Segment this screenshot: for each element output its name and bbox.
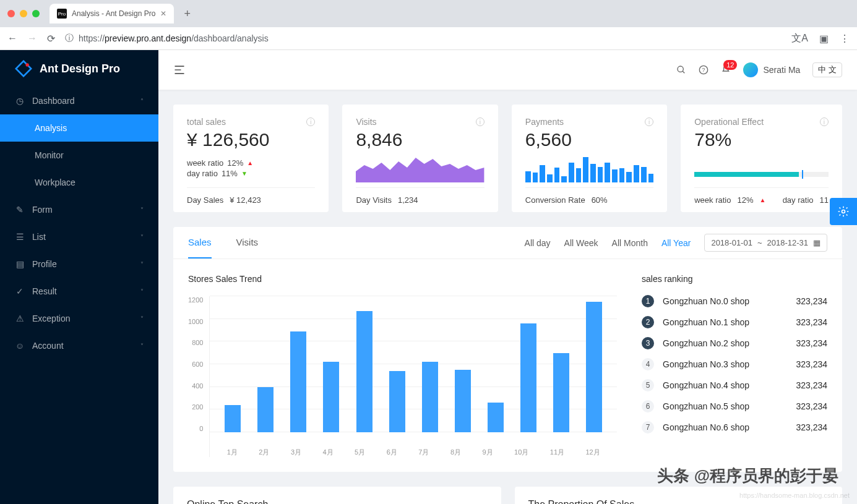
rank-value: 323,234 bbox=[796, 422, 827, 432]
tab-title: Analysis - Ant Design Pro bbox=[72, 9, 155, 18]
bar[interactable] bbox=[422, 362, 438, 432]
window-controls[interactable] bbox=[7, 10, 40, 17]
tab-visits[interactable]: Visits bbox=[236, 227, 259, 258]
range-all-year[interactable]: All Year bbox=[661, 238, 691, 248]
back-icon[interactable]: ← bbox=[7, 33, 17, 44]
rank-number: 7 bbox=[642, 421, 654, 434]
visits-sparkline bbox=[356, 154, 484, 182]
chart-title: Stores Sales Trend bbox=[188, 274, 617, 284]
bar[interactable] bbox=[257, 387, 273, 432]
chevron-up-icon: ˄ bbox=[140, 98, 144, 105]
bar[interactable] bbox=[553, 353, 569, 432]
sidebar-item-list[interactable]: ☰List˅ bbox=[0, 223, 158, 250]
calendar-icon: ▦ bbox=[813, 238, 820, 247]
search-icon[interactable] bbox=[676, 65, 686, 75]
tab-sales[interactable]: Sales bbox=[188, 227, 212, 258]
favicon-icon: Pro bbox=[57, 9, 67, 19]
warning-icon: ⚠ bbox=[15, 314, 25, 323]
bar[interactable] bbox=[455, 370, 471, 432]
rank-value: 323,234 bbox=[796, 317, 827, 327]
chevron-down-icon: ˅ bbox=[140, 234, 144, 241]
sidebar-item-monitor[interactable]: Monitor bbox=[0, 142, 158, 169]
browser-tab[interactable]: Pro Analysis - Ant Design Pro ✕ bbox=[50, 4, 174, 23]
new-tab-button[interactable]: + bbox=[179, 7, 196, 20]
avatar bbox=[743, 62, 758, 77]
bar[interactable] bbox=[290, 331, 306, 432]
user-menu[interactable]: Serati Ma bbox=[743, 62, 800, 77]
rank-item[interactable]: 5Gongzhuan No.4 shop323,234 bbox=[642, 379, 827, 391]
address-bar[interactable]: ⓘ https://preview.pro.ant.design/dashboa… bbox=[65, 33, 782, 44]
bar[interactable] bbox=[586, 302, 602, 432]
rank-item[interactable]: 2Gongzhuan No.1 shop323,234 bbox=[642, 316, 827, 328]
site-info-icon[interactable]: ⓘ bbox=[65, 33, 74, 44]
sidebar-item-dashboard[interactable]: ◷Dashboard ˄ bbox=[0, 87, 158, 114]
rank-item[interactable]: 7Gongzhuan No.6 shop323,234 bbox=[642, 421, 827, 434]
collapse-sidebar-button[interactable] bbox=[173, 64, 186, 76]
sidebar-item-exception[interactable]: ⚠Exception˅ bbox=[0, 305, 158, 332]
reload-icon[interactable]: ⟳ bbox=[47, 33, 55, 45]
bar[interactable] bbox=[323, 362, 339, 432]
rank-title: sales ranking bbox=[642, 274, 827, 284]
bell-icon[interactable]: 12 bbox=[721, 65, 731, 75]
close-tab-icon[interactable]: ✕ bbox=[160, 9, 166, 18]
chevron-down-icon: ˅ bbox=[140, 343, 144, 349]
svg-point-1 bbox=[678, 66, 683, 72]
range-all-month[interactable]: All Month bbox=[612, 238, 648, 248]
chevron-down-icon: ˅ bbox=[140, 261, 144, 268]
rank-item[interactable]: 4Gongzhuan No.3 shop323,234 bbox=[642, 358, 827, 370]
sidebar: Ant Design Pro ◷Dashboard ˄ Analysis Mon… bbox=[0, 50, 158, 504]
settings-fab[interactable] bbox=[830, 198, 857, 225]
bar[interactable] bbox=[488, 403, 504, 432]
caret-up-icon: ▲ bbox=[247, 160, 253, 166]
help-icon[interactable]: ? bbox=[699, 65, 708, 75]
user-icon: ☺ bbox=[15, 341, 25, 351]
rank-item[interactable]: 3Gongzhuan No.2 shop323,234 bbox=[642, 337, 827, 349]
bar[interactable] bbox=[389, 371, 405, 432]
range-all-day[interactable]: All day bbox=[525, 238, 551, 248]
sidebar-item-analysis[interactable]: Analysis bbox=[0, 114, 158, 142]
rank-name: Gongzhuan No.2 shop bbox=[663, 338, 749, 348]
date-range-picker[interactable]: 2018-01-01 ~ 2018-12-31 ▦ bbox=[704, 234, 827, 252]
dashboard-icon: ◷ bbox=[15, 96, 25, 106]
kpi-operational-effect: Operational Effecti 78% week ratio 12% ▲… bbox=[681, 105, 842, 212]
kpi-visits: Visitsi 8,846 Day Visits 1,234 bbox=[342, 105, 497, 212]
bar[interactable] bbox=[225, 405, 241, 432]
rank-item[interactable]: 6Gongzhuan No.5 shop323,234 bbox=[642, 400, 827, 412]
translate-icon[interactable]: 文A bbox=[791, 32, 808, 45]
profile-icon[interactable]: ▣ bbox=[819, 33, 829, 45]
watermark: https://handsome-man.blog.csdn.net bbox=[739, 492, 850, 499]
info-icon[interactable]: i bbox=[306, 117, 315, 126]
sales-card: Sales Visits All day All Week All Month … bbox=[173, 227, 842, 472]
sidebar-item-profile[interactable]: ▤Profile˅ bbox=[0, 250, 158, 278]
result-icon: ✓ bbox=[15, 286, 25, 296]
sidebar-item-workplace[interactable]: Workplace bbox=[0, 169, 158, 196]
rank-number: 2 bbox=[642, 316, 654, 328]
rank-value: 323,234 bbox=[796, 296, 827, 306]
browser-menu-icon[interactable]: ⋮ bbox=[840, 33, 850, 45]
rank-name: Gongzhuan No.3 shop bbox=[663, 359, 749, 369]
forward-icon[interactable]: → bbox=[27, 33, 37, 44]
more-icon[interactable]: ··· bbox=[475, 499, 487, 504]
info-icon[interactable]: i bbox=[645, 117, 653, 126]
sidebar-item-result[interactable]: ✓Result˅ bbox=[0, 278, 158, 305]
bar[interactable] bbox=[520, 323, 536, 432]
notification-badge: 12 bbox=[723, 60, 737, 70]
brand[interactable]: Ant Design Pro bbox=[0, 50, 158, 87]
language-button[interactable]: 中 文 bbox=[812, 62, 842, 77]
sidebar-item-form[interactable]: ✎Form˅ bbox=[0, 196, 158, 223]
kpi-value: 78% bbox=[694, 129, 829, 150]
sidebar-item-account[interactable]: ☺Account˅ bbox=[0, 332, 158, 359]
rank-name: Gongzhuan No.6 shop bbox=[663, 422, 749, 432]
info-icon[interactable]: i bbox=[820, 117, 829, 126]
bar[interactable] bbox=[356, 311, 373, 432]
progress-bar bbox=[694, 172, 829, 177]
browser-chrome: Pro Analysis - Ant Design Pro ✕ + ← → ⟳ … bbox=[0, 0, 857, 50]
svg-text:?: ? bbox=[702, 67, 705, 73]
rank-number: 6 bbox=[642, 400, 654, 412]
chevron-down-icon: ˅ bbox=[140, 288, 144, 295]
range-all-week[interactable]: All Week bbox=[564, 238, 598, 248]
info-icon[interactable]: i bbox=[476, 117, 484, 126]
kpi-total-sales: total salesi ¥ 126,560 week ratio 12% ▲ … bbox=[173, 105, 329, 212]
kpi-value: 8,846 bbox=[356, 129, 484, 150]
rank-item[interactable]: 1Gongzhuan No.0 shop323,234 bbox=[642, 295, 827, 307]
